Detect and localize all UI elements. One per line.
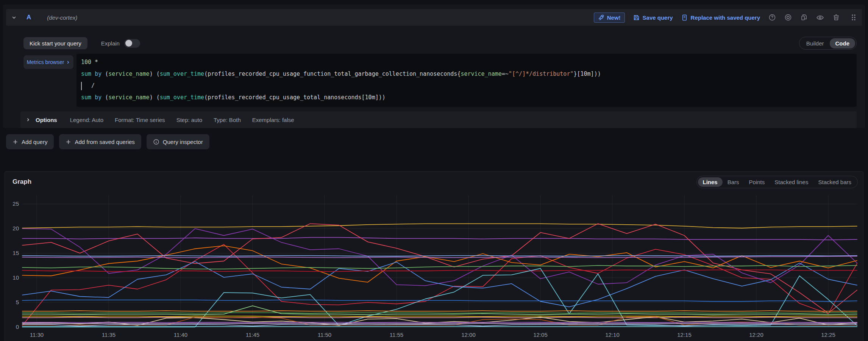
graph-style-tabs: LinesBarsPointsStacked linesStacked bars [696, 176, 858, 188]
option-summary-item: Exemplars: false [252, 117, 294, 123]
code-token-fn: sum_over_time [160, 70, 204, 77]
x-axis-tick-label: 11:50 [318, 332, 331, 338]
query-row-header: A (dev-cortex) New! Save query [6, 9, 862, 26]
chart-series-cream-zigzag [22, 317, 857, 325]
explain-toggle[interactable] [124, 39, 140, 48]
document-icon [681, 14, 688, 21]
chart-series-lightgreen-2-6 [22, 306, 857, 314]
graph-panel-title: Graph [12, 178, 31, 186]
remove-query-trash-icon[interactable] [832, 14, 840, 21]
save-query-button[interactable]: Save query [633, 14, 673, 21]
chevron-right-icon [66, 60, 70, 64]
code-token-met: profiles_recorded_cpu_usage_total_nanose… [208, 94, 361, 101]
duplicate-query-icon[interactable] [800, 14, 808, 21]
query-editor-section: A (dev-cortex) New! Save query [3, 5, 865, 128]
info-circle-icon [153, 139, 159, 145]
code-token-fn: sum [81, 94, 91, 101]
options-label[interactable]: Options [36, 117, 57, 123]
option-summary-item: Format: Time series [115, 117, 165, 123]
x-axis-tick-label: 12:00 [461, 332, 476, 338]
query-actions: Add query Add from saved queries Query i… [6, 134, 209, 149]
graph-style-tab-stacked-lines[interactable]: Stacked lines [770, 177, 813, 187]
chart-series-blue-5 [22, 300, 857, 302]
datasource-hint: (dev-cortex) [47, 14, 77, 21]
explain-label: Explain [101, 40, 120, 47]
y-axis-tick-label: 20 [12, 225, 19, 232]
chart-series-purple-18 [22, 238, 857, 240]
code-token-lbl: service_name [461, 70, 501, 77]
chart-series-orange-volatile [22, 246, 857, 282]
timeseries-chart[interactable]: 051015202511:3011:3511:4011:4511:5011:55… [7, 190, 862, 340]
x-axis-tick-label: 12:25 [821, 332, 835, 338]
code-token-met: profiles_recorded_cpu_usage_function_tot… [208, 70, 457, 77]
option-summary-item: Legend: Auto [70, 117, 103, 123]
graph-style-tab-stacked-bars[interactable]: Stacked bars [813, 177, 856, 187]
chart-series-orange-3 [22, 311, 857, 311]
kickstart-query-button[interactable]: Kick start your query [23, 37, 87, 49]
code-token-kw: by [95, 94, 101, 101]
code-line[interactable]: 100 * [81, 56, 857, 68]
code-token-op: ( [204, 94, 208, 101]
chart-series-lightblue-14 [22, 256, 857, 256]
chart-series-pink-1-9 [22, 317, 857, 318]
toggle-knob [125, 40, 132, 47]
plus-icon [12, 139, 18, 145]
graph-style-tab-bars[interactable]: Bars [723, 177, 744, 187]
add-from-saved-queries-button[interactable]: Add from saved queries [59, 134, 141, 149]
code-token-op [91, 70, 95, 77]
code-token-op: =~ [502, 70, 509, 77]
x-axis-tick-label: 12:20 [749, 332, 763, 338]
collapse-chevron-icon[interactable] [11, 15, 17, 20]
y-axis-tick-label: 15 [12, 250, 19, 256]
x-axis-tick-label: 11:45 [246, 332, 259, 338]
code-token-op: ( [101, 94, 108, 101]
y-axis-tick-label: 10 [12, 274, 19, 281]
chart-series-violet-14 [22, 256, 857, 258]
x-axis-tick-label: 12:10 [605, 332, 620, 338]
plus-icon [66, 139, 71, 145]
editor-mode-code[interactable]: Code [830, 38, 856, 48]
chart-series-red-volatile-b [22, 244, 857, 325]
help-icon[interactable] [768, 14, 776, 21]
chart-series-yellow-high [22, 224, 857, 228]
chart-series-darkred-11 [22, 270, 857, 271]
editor-mode-builder[interactable]: Builder [801, 38, 830, 48]
options-chevron-right-icon[interactable] [26, 117, 30, 122]
editor-mode-group: BuilderCode [799, 37, 857, 50]
x-axis-tick-label: 11:40 [174, 332, 187, 338]
query-ref-id[interactable]: A [27, 14, 31, 21]
code-line[interactable]: sum by (service_name) (sum_over_time(pro… [81, 92, 857, 103]
option-summary-item: Type: Both [214, 117, 241, 123]
metrics-browser-button[interactable]: Metrics browser [23, 55, 73, 69]
replace-with-saved-query-button[interactable]: Replace with saved query [681, 14, 760, 21]
chart-series-lavender-low [22, 323, 857, 324]
query-options-row[interactable]: Options Legend: AutoFormat: Time seriesS… [20, 111, 857, 128]
graph-style-tab-points[interactable]: Points [744, 177, 770, 187]
x-axis-tick-label: 12:05 [533, 332, 548, 338]
drag-handle-icon[interactable] [851, 14, 857, 21]
query-toolbar: Kick start your query Explain BuilderCod… [23, 37, 857, 49]
y-axis-tick-label: 0 [16, 324, 19, 330]
record-icon[interactable] [784, 14, 792, 21]
code-line[interactable]: sum by (service_name) (sum_over_time(pro… [81, 68, 857, 80]
promql-code-editor[interactable]: 100 *sum by (service_name) (sum_over_tim… [76, 54, 857, 107]
x-axis-tick-label: 11:35 [102, 332, 116, 338]
x-axis-tick-label: 11:55 [390, 332, 403, 338]
graph-style-tab-lines[interactable]: Lines [698, 177, 723, 187]
code-token-op: }[10m])) [573, 70, 601, 77]
chart-series-cyan-steps [22, 269, 857, 327]
code-token-op: ) ( [150, 94, 160, 101]
graph-panel: Graph LinesBarsPointsStacked linesStacke… [5, 171, 863, 341]
query-inspector-button[interactable]: Query inspector [147, 134, 209, 149]
code-token-lbl: service_name [108, 70, 149, 77]
code-token-op: ( [204, 70, 208, 77]
chart-series-green-2-9 [22, 313, 857, 313]
new-badge[interactable]: New! [594, 13, 625, 23]
code-token-fn: sum_over_time [160, 94, 204, 101]
add-query-button[interactable]: Add query [6, 134, 54, 149]
code-token-lbl: service_name [108, 94, 149, 101]
code-line[interactable]: / [81, 80, 857, 92]
y-axis-tick-label: 5 [16, 299, 19, 305]
hide-response-eye-icon[interactable] [816, 14, 824, 22]
code-token-str: "[^/]*/distributor" [509, 70, 574, 77]
